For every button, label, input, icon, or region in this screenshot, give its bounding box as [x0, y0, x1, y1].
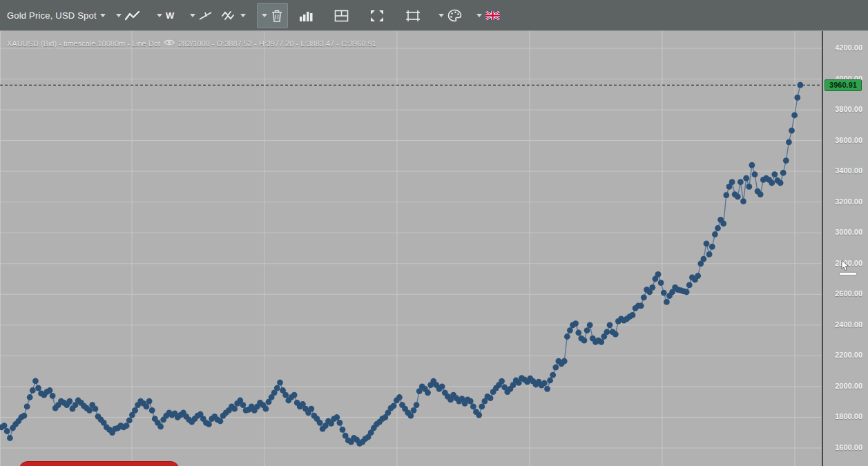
- axis-tick-label: 1600.00: [825, 443, 862, 452]
- axis-tick-label: 3000.00: [825, 228, 862, 236]
- axis-tick-label: 1800.00: [825, 412, 862, 420]
- instrument-selector[interactable]: Gold Price, USD Spot: [7, 0, 106, 31]
- chevron-down-icon: [262, 14, 267, 17]
- trend-line-icon: [199, 10, 213, 21]
- chevron-down-icon: [476, 14, 482, 17]
- chevron-down-icon: [190, 14, 195, 17]
- series-legend: XAUUSD (Bid) - timescale.10080m - Line D…: [7, 39, 376, 48]
- expand-arrows-icon: [370, 10, 384, 22]
- layout-grid-icon: [334, 10, 349, 22]
- chevron-down-icon: [116, 14, 122, 17]
- line-chart-icon: [125, 10, 140, 21]
- chevron-down-icon: [438, 14, 444, 17]
- price-axis[interactable]: 4200.004000.003800.003600.003400.003200.…: [822, 31, 868, 466]
- snapshot-button[interactable]: [405, 0, 421, 31]
- chevron-down-icon: [157, 14, 162, 17]
- indicators-button[interactable]: [222, 0, 246, 31]
- palette-icon: [447, 9, 462, 22]
- language-button[interactable]: [476, 0, 500, 31]
- chevron-down-icon: [100, 14, 106, 17]
- chevron-down-icon: [240, 14, 246, 17]
- axis-tick-label: 4200.00: [825, 43, 862, 52]
- volume-bars-icon: [299, 10, 314, 21]
- volume-button[interactable]: [299, 0, 314, 31]
- axis-tick-label: 2600.00: [825, 289, 862, 298]
- last-price-badge: 3960.91: [824, 79, 862, 91]
- axis-tick-label: 2400.00: [825, 320, 862, 329]
- axis-tick-label: 3600.00: [825, 136, 862, 144]
- series-legend-text: XAUUSD (Bid) - timescale.10080m - Line D…: [7, 39, 160, 48]
- series-legend-meta: 282/1000 - O:3887.52 - H:3977.20 - L:388…: [178, 39, 376, 48]
- instrument-label: Gold Price, USD Spot: [7, 10, 97, 21]
- axis-tick-label: 3400.00: [825, 166, 862, 175]
- uk-flag-icon: [485, 11, 500, 20]
- theme-button[interactable]: [438, 0, 462, 31]
- trash-icon: [271, 9, 283, 23]
- axis-tick-label: 3200.00: [825, 197, 862, 206]
- line-tools-button[interactable]: [190, 0, 213, 31]
- chart-type-button[interactable]: [116, 0, 140, 31]
- frame-icon: [405, 10, 421, 22]
- timeframe-label: W: [166, 10, 174, 21]
- axis-drag-indicator: [840, 273, 856, 275]
- axis-tick-label: 3800.00: [825, 105, 862, 113]
- axis-tick-label: 2200.00: [825, 351, 862, 359]
- timeframe-button[interactable]: W: [157, 0, 174, 31]
- layout-button[interactable]: [334, 0, 349, 31]
- fullscreen-button[interactable]: [370, 0, 384, 31]
- mouse-cursor: [841, 260, 849, 271]
- axis-tick-label: 2000.00: [825, 382, 862, 390]
- chart-canvas[interactable]: [0, 31, 822, 466]
- visibility-eye-icon[interactable]: [164, 39, 175, 48]
- red-button[interactable]: [19, 461, 180, 466]
- toolbar: Gold Price, USD Spot W: [0, 0, 868, 31]
- delete-drawings-button[interactable]: [257, 3, 288, 28]
- compare-lines-icon: [222, 10, 237, 21]
